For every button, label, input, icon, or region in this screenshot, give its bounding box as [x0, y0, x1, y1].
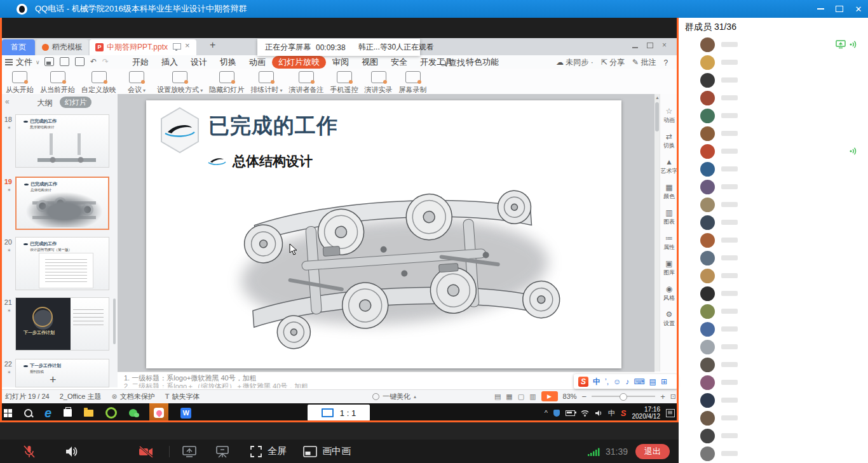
undo-icon[interactable]: ↶	[90, 58, 97, 65]
taskbar-search-icon[interactable]	[24, 409, 32, 417]
member-avatar[interactable]	[700, 73, 715, 88]
active-app-icon[interactable]	[149, 403, 168, 422]
ribbon-button[interactable]: 设置放映方式	[157, 69, 203, 95]
tab-outline[interactable]: 大纲	[37, 98, 53, 109]
member-row[interactable]	[679, 160, 868, 178]
print-icon[interactable]	[60, 57, 69, 66]
sidebar-tool[interactable]: ▣ 图库	[660, 255, 679, 281]
ribbon-button[interactable]: 演讲者备注	[289, 69, 324, 95]
comment-button[interactable]: ✎ 批注	[632, 57, 656, 68]
sidebar-tool[interactable]: ◉ 风格	[660, 281, 679, 306]
menu-item[interactable]: 开始	[126, 56, 155, 69]
presentation-icon[interactable]	[214, 444, 231, 459]
member-avatar[interactable]	[700, 91, 715, 105]
add-slide-button[interactable]: +	[50, 373, 57, 387]
maximize-button[interactable]	[830, 0, 849, 18]
member-row[interactable]	[679, 302, 868, 320]
keyboard-icon[interactable]: ⌨	[634, 378, 644, 386]
member-row[interactable]	[679, 249, 868, 267]
thumbnail-box[interactable]: 已完成的工作 总体结构设计	[15, 177, 109, 230]
ribbon-button[interactable]: 会议	[123, 69, 151, 95]
member-avatar[interactable]	[700, 322, 715, 337]
share-screen-icon[interactable]	[181, 444, 198, 459]
pip-icon[interactable]	[303, 446, 317, 457]
wps-close-icon[interactable]: ×	[662, 41, 667, 50]
menu-item[interactable]: 幻灯片放映	[272, 56, 326, 69]
wechat-icon[interactable]	[129, 409, 137, 417]
start-button[interactable]	[4, 409, 12, 417]
member-avatar[interactable]	[700, 375, 715, 390]
member-avatar[interactable]	[700, 144, 715, 159]
wps-taskbar-icon[interactable]: W	[180, 408, 191, 419]
member-row[interactable]	[679, 373, 868, 391]
zoom-slider[interactable]	[592, 396, 655, 397]
view-notes-icon[interactable]: ▥	[529, 393, 536, 401]
file-menu[interactable]: 文件 ∨	[5, 57, 40, 68]
member-row[interactable]	[679, 338, 868, 356]
ribbon-button[interactable]: 隐藏幻灯片	[209, 69, 244, 95]
member-row[interactable]	[679, 178, 868, 196]
member-row[interactable]	[679, 285, 868, 302]
protect-status[interactable]: 文档未保护	[120, 392, 155, 401]
zoom-out-icon[interactable]: −	[582, 392, 587, 401]
menu-item[interactable]: 切换	[214, 56, 243, 69]
member-avatar[interactable]	[700, 358, 715, 372]
member-avatar[interactable]	[700, 180, 715, 194]
save-icon[interactable]	[44, 57, 54, 66]
member-row[interactable]	[679, 427, 868, 445]
menu-item[interactable]: 安全	[384, 56, 414, 69]
view-sorter-icon[interactable]: ▦	[506, 393, 512, 401]
pip-label[interactable]: 画中画	[322, 445, 351, 457]
ribbon-button[interactable]: 从当前开始	[40, 69, 75, 95]
member-avatar[interactable]	[700, 269, 715, 283]
ime-mode[interactable]: 中	[593, 378, 600, 386]
member-avatar[interactable]	[700, 109, 715, 123]
action-center-icon[interactable]	[666, 409, 675, 417]
tab-close-icon[interactable]: ×	[185, 41, 190, 50]
member-avatar[interactable]	[700, 251, 715, 265]
ribbon-button[interactable]: 屏幕录制	[399, 69, 427, 95]
wps-tab[interactable]: 首页	[2, 39, 35, 55]
ribbon-button[interactable]: 自定义放映	[81, 69, 116, 95]
member-row[interactable]	[679, 89, 868, 107]
fullscreen-label[interactable]: 全屏	[268, 445, 287, 457]
volume-icon[interactable]	[595, 410, 602, 417]
skin-icon[interactable]: ▤	[649, 378, 656, 386]
view-reading-icon[interactable]: ▢	[518, 393, 524, 401]
thumbnail-box[interactable]: 已完成的工作 设计说明书撰写（第一版）	[15, 237, 109, 290]
battery-icon[interactable]	[566, 410, 575, 416]
member-row[interactable]	[679, 124, 868, 142]
menu-item[interactable]: 特色功能	[459, 56, 505, 69]
speaker-icon[interactable]	[64, 444, 79, 459]
sidebar-tool[interactable]: ⇄ 切换	[660, 128, 679, 154]
play-slideshow-button[interactable]: ▶	[541, 391, 558, 401]
sidebar-tool[interactable]: ⚙ 设置	[660, 306, 679, 332]
menu-item[interactable]: 审阅	[326, 56, 355, 69]
ribbon-button[interactable]: 从头开始	[6, 69, 34, 95]
zoom-level[interactable]: 83%	[563, 393, 577, 400]
member-row[interactable]	[679, 107, 868, 124]
member-row[interactable]	[679, 71, 868, 89]
missing-fonts[interactable]: 缺失字体	[172, 392, 200, 401]
wifi-icon[interactable]	[581, 410, 589, 417]
ime-punctuation-icon[interactable]: ’,	[605, 378, 609, 386]
member-avatar[interactable]	[700, 37, 715, 52]
member-avatar[interactable]	[700, 126, 715, 141]
find-button[interactable]: 查找	[440, 57, 465, 69]
canvas-scrollbar-track[interactable]	[654, 94, 660, 372]
sidebar-tool[interactable]: ≔ 属性	[660, 230, 679, 255]
member-avatar[interactable]	[700, 233, 715, 248]
member-avatar[interactable]	[700, 304, 715, 319]
wps-tab[interactable]: 稻壳模板	[36, 39, 88, 55]
zoom-in-icon[interactable]: +	[660, 392, 665, 401]
tab-cast-icon[interactable]	[173, 43, 181, 50]
member-avatar[interactable]	[700, 286, 715, 301]
member-row[interactable]	[679, 356, 868, 373]
tray-ime-mode[interactable]: 中	[608, 410, 615, 417]
member-row[interactable]	[679, 231, 868, 249]
sidebar-tool[interactable]: ☆ 动画	[660, 103, 679, 128]
canvas-scrollbar-thumb[interactable]	[655, 102, 659, 131]
browser-icon[interactable]	[105, 407, 117, 419]
member-avatar[interactable]	[700, 162, 715, 177]
ribbon-button[interactable]: 手机遥控	[330, 69, 358, 95]
